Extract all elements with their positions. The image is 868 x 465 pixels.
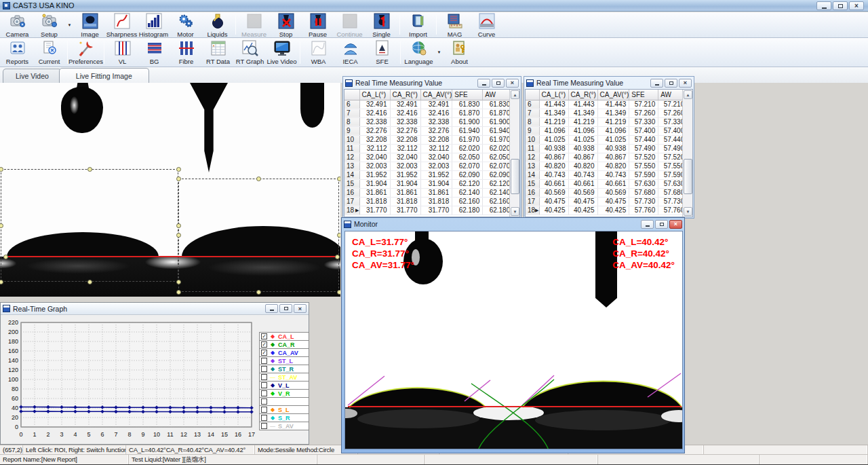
roi-handle[interactable] [335, 255, 340, 259]
toolbar-button-mag[interactable]: MAG [439, 12, 471, 37]
column-header-sfe[interactable]: SFE [452, 90, 483, 100]
graph-minimize-button[interactable] [265, 304, 278, 313]
row-number-cell[interactable]: 11 [526, 144, 539, 153]
roi-rectangle-right[interactable] [178, 179, 339, 292]
toolbar-button-language[interactable]: Language [403, 38, 435, 67]
row-number-cell[interactable]: 7 [344, 109, 359, 117]
column-header-ca-av-[interactable]: CA_AV(°) [420, 90, 452, 100]
roi-handle[interactable] [256, 290, 261, 295]
legend-checkbox[interactable] [261, 423, 267, 429]
roi-handle[interactable] [87, 167, 92, 172]
table-row[interactable]: 1440.74340.74340.74357.59057.590 [526, 170, 688, 179]
toolbar-button-setup[interactable]: Setup [33, 12, 65, 37]
meas2-maximize-button[interactable] [665, 79, 677, 88]
roi-handle[interactable] [3, 255, 8, 259]
row-number-cell[interactable]: 13 [526, 162, 539, 170]
table-row[interactable]: 641.44341.44341.44357.21057.210 [526, 100, 688, 109]
table-row[interactable]: 741.34941.34941.34957.26057.260 [526, 109, 688, 117]
meas1-minimize-button[interactable] [477, 79, 490, 88]
monitor-maximize-button[interactable] [655, 220, 668, 229]
baseline-line[interactable] [5, 256, 337, 257]
legend-checkbox[interactable] [261, 390, 267, 396]
toolbar-button-wba[interactable]: WBA [302, 38, 334, 67]
table-row[interactable]: 1041.02541.02541.02557.44057.440 [526, 135, 688, 144]
close-button[interactable]: × [849, 1, 864, 10]
table-row[interactable]: 1531.90431.90431.90462.12062.120 [344, 179, 513, 188]
legend-checkbox[interactable] [261, 407, 267, 413]
roi-handle[interactable] [337, 176, 341, 181]
row-number-cell[interactable]: 17 [344, 197, 359, 206]
row-number-cell[interactable]: 18▶ [526, 206, 539, 215]
language-dropdown-arrow[interactable]: ▼ [435, 38, 443, 67]
setup-dropdown-arrow[interactable]: ▼ [65, 12, 74, 37]
column-header-ca-r-[interactable]: CA_R(°) [568, 90, 597, 100]
row-number-cell[interactable]: 17 [526, 197, 539, 206]
row-number-cell[interactable]: 15 [526, 179, 539, 188]
roi-handle[interactable] [176, 176, 181, 181]
toolbar-button-ieca[interactable]: IECA [334, 38, 366, 67]
table-row[interactable]: 1640.56940.56940.56957.68057.680 [526, 188, 688, 197]
row-number-cell[interactable]: 10 [344, 135, 359, 144]
roi-handle[interactable] [0, 223, 3, 228]
row-number-cell[interactable]: 14 [344, 170, 359, 179]
row-number-cell[interactable]: 10 [526, 135, 539, 144]
scrollbar-thumb[interactable] [684, 159, 692, 194]
legend-checkbox[interactable] [261, 366, 267, 372]
row-number-cell[interactable]: 12 [526, 153, 539, 162]
toolbar-button-live-video[interactable]: Live Video [266, 38, 298, 67]
row-number-cell[interactable]: 15 [344, 179, 359, 188]
toolbar-button-curve[interactable]: Curve [471, 12, 502, 37]
column-header-ca-av-[interactable]: CA_AV(°) [597, 90, 629, 100]
toolbar-button-sharpness[interactable]: Sharpness [106, 12, 138, 37]
maximize-button[interactable] [833, 1, 848, 10]
meas2-minimize-button[interactable] [650, 79, 663, 88]
table-scrollbar[interactable]: ▲▼ [682, 90, 692, 217]
scrollbar-thumb[interactable] [511, 159, 519, 194]
roi-handle[interactable] [256, 176, 261, 181]
row-number-cell[interactable]: 11 [344, 144, 359, 153]
row-number-cell[interactable]: 16 [526, 188, 539, 197]
graph-close-button[interactable]: × [294, 304, 307, 313]
table-row[interactable]: 932.27632.27632.27661.94061.940 [344, 126, 513, 135]
table-row[interactable]: 732.41632.41632.41661.87061.870 [344, 109, 513, 117]
toolbar-button-stop[interactable]: Stop [270, 12, 302, 37]
meas1-maximize-button[interactable] [492, 79, 505, 88]
meas1-close-button[interactable]: × [506, 79, 519, 88]
tab-live-fitting-image[interactable]: Live Fitting Image [59, 68, 149, 83]
table-row[interactable]: 941.09641.09641.09657.40057.400 [526, 126, 688, 135]
table-row[interactable]: 1032.20832.20832.20861.97061.970 [344, 135, 513, 144]
toolbar-button-sfe[interactable]: SFE [366, 38, 398, 67]
row-number-cell[interactable]: 6 [526, 100, 539, 109]
table-row[interactable]: 1332.00332.00332.00362.07062.070 [344, 162, 513, 170]
column-header-ca-l-[interactable]: CA_L(°) [359, 90, 390, 100]
table-row[interactable]: 1140.93840.93840.93857.49057.490 [526, 144, 688, 153]
table-row[interactable]: 1540.66140.66140.66157.63057.630 [526, 179, 688, 188]
toolbar-button-camera[interactable]: Camera [1, 12, 33, 37]
table-row[interactable]: 1132.11232.11232.11262.02062.020 [344, 144, 513, 153]
roi-handle[interactable] [176, 280, 181, 284]
table-row[interactable]: 18▶40.42540.42540.42557.76057.760 [526, 206, 688, 215]
toolbar-button-liquids[interactable]: Liquids [201, 12, 233, 37]
column-header-sfe[interactable]: SFE [629, 90, 658, 100]
roi-handle[interactable] [176, 290, 181, 295]
column-header-aw[interactable]: AW [483, 90, 513, 100]
toolbar-button-about[interactable]: About [443, 38, 475, 67]
table-row[interactable]: 1232.04032.04032.04062.05062.050 [344, 153, 513, 162]
meas2-close-button[interactable]: × [679, 79, 692, 88]
toolbar-button-import[interactable]: Import [402, 12, 434, 37]
toolbar-button-pause[interactable]: Pause [302, 12, 334, 37]
toolbar-button-histogram[interactable]: Histogram [138, 12, 170, 37]
roi-handle[interactable] [0, 280, 3, 284]
tab-live-video[interactable]: Live Video [3, 69, 62, 83]
roi-handle[interactable] [337, 233, 341, 238]
toolbar-button-single[interactable]: Single [366, 12, 397, 37]
row-number-cell[interactable]: 8 [344, 117, 359, 126]
row-number-cell[interactable]: 8 [526, 117, 539, 126]
legend-checkbox[interactable] [261, 382, 267, 388]
toolbar-button-reports[interactable]: Reports [1, 38, 33, 67]
roi-handle[interactable] [0, 167, 3, 172]
scroll-down-icon[interactable]: ▼ [684, 207, 692, 216]
row-number-cell[interactable]: 14 [526, 170, 539, 179]
legend-checkbox[interactable]: ✓ [261, 341, 267, 348]
monitor-close-button[interactable]: × [669, 220, 682, 229]
